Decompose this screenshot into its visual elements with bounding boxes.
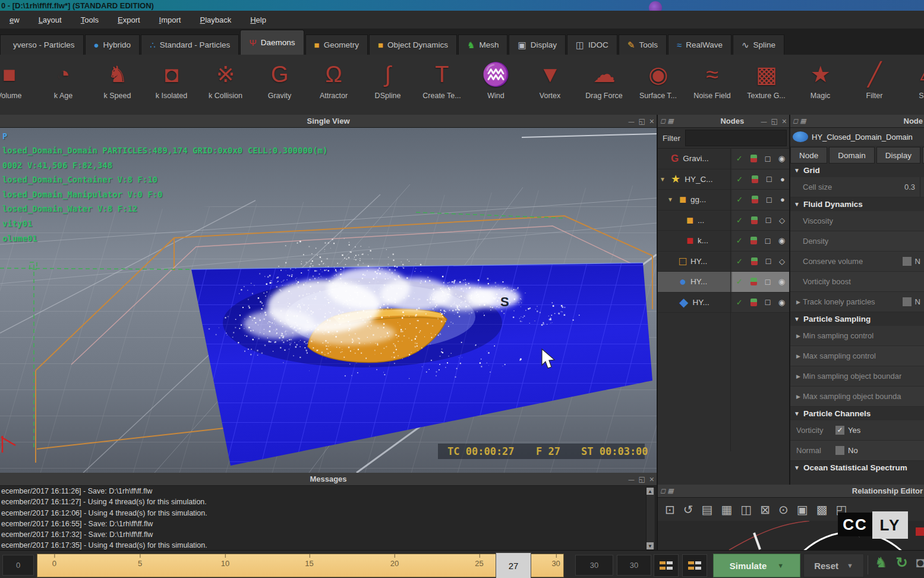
daemon-wind[interactable]: ♒ Wind [469,55,523,115]
export-disk-icon[interactable] [750,155,757,162]
delete-link-icon[interactable]: ⊠ [760,502,770,517]
menu-import[interactable]: Import [150,15,191,24]
node-row-gg[interactable]: ■ gg... ● [658,190,789,211]
tab-object-dynamics[interactable]: ■ Object Dynamics [369,34,457,55]
bounding-box-icon[interactable] [766,215,771,225]
filter-input[interactable] [685,130,787,146]
daemon-filter[interactable]: ╱ Filter [847,55,901,115]
expand-arrow-icon[interactable] [796,373,803,379]
daemon-drag-force[interactable]: ☁ Drag Force [577,55,631,115]
menu-tools[interactable]: Tools [71,15,108,24]
expand-arrow-icon[interactable] [658,176,671,183]
bounding-box-icon[interactable] [765,297,770,307]
daemon-vortex[interactable]: ▼ Vortex [523,55,577,115]
prop-max-sampling-control[interactable]: Max sampling control [790,346,924,366]
daemon-k-collision[interactable]: ※ k Collision [198,55,253,115]
expand-arrow-icon[interactable] [796,353,803,359]
checkbox[interactable] [835,446,844,455]
expand-arrow-icon[interactable] [658,196,679,203]
menu-layout[interactable]: Layout [29,15,71,24]
prop-viscosity[interactable]: Viscosity [790,211,924,231]
shield-icon[interactable]: ◘ [916,554,924,571]
export-disk-icon[interactable] [751,257,758,265]
restore-icon[interactable] [638,117,645,125]
menu-export[interactable]: Export [108,15,150,24]
minimize-icon[interactable] [761,117,767,125]
folder-icon[interactable]: ▤ [702,502,713,517]
daemon-noise-field[interactable]: ≈ Noise Field [685,55,739,115]
menu-view[interactable]: ew [0,15,29,24]
display-mode-icon[interactable]: ◉ [778,154,785,163]
expand-arrow-icon[interactable] [796,394,803,400]
simulate-flag-icon[interactable] [736,236,743,245]
tab-domain[interactable]: Domain [829,147,875,164]
daemon-k-isolated[interactable]: ◘ k Isolated [144,55,198,115]
panel-layout-icon[interactable] [667,487,675,494]
tab-tools[interactable]: ✎ Tools [619,34,667,55]
node-row-hy-container[interactable]: □ HY... ◇ [658,252,789,272]
layout-icon[interactable]: ▦ [721,502,732,517]
messages-header[interactable]: Messages [0,473,657,486]
display-mode-icon[interactable]: ● [780,195,785,204]
tab-hybrido[interactable]: ● Hybrido [85,34,140,55]
simulate-flag-icon[interactable] [736,277,743,286]
tab-daemons[interactable]: Ψ Daemons [240,30,304,55]
section-grid[interactable]: ▼Grid [790,164,924,177]
messages-scrollbar[interactable]: ▲ ▼ [646,487,655,550]
menu-help[interactable]: Help [241,15,276,24]
tab-display[interactable]: ▣ Display [509,34,565,55]
prop-track-lonely-particles[interactable]: Track lonely particles N [790,292,924,312]
mesh-build-icon[interactable]: ♞ [875,554,888,571]
simulate-flag-icon[interactable] [736,195,743,204]
minimize-icon[interactable] [628,475,634,483]
daemon-dspline[interactable]: ∫ DSpline [361,55,415,115]
tab-node[interactable]: Node [790,147,827,164]
current-frame-indicator[interactable]: 27 [496,552,531,578]
timeline-start-field[interactable]: 0 [2,555,34,576]
bounding-box-icon[interactable] [765,277,770,287]
timeline-range-button[interactable] [654,554,679,577]
section-fluid-dynamics[interactable]: ▼Fluid Dynamics [790,197,924,211]
export-disk-icon[interactable] [750,237,757,244]
scroll-up-icon[interactable]: ▲ [647,488,654,495]
prop-vorticity-channel[interactable]: Vorticity Yes [790,420,924,441]
property-value[interactable]: 0.3 [904,183,915,191]
export-disk-icon[interactable] [751,216,758,224]
export-disk-icon[interactable] [752,196,758,203]
display-mode-icon[interactable]: ◉ [778,236,785,245]
daemon-sheeter[interactable]: ▱ She... [901,55,924,115]
snapshot-icon[interactable]: ▣ [797,502,808,517]
dock-icon[interactable] [660,487,667,494]
bounding-box-icon[interactable] [765,236,770,246]
node-row-hy-closed[interactable]: ★ HY_C... ● [658,169,789,190]
node-row-hy-domain[interactable]: ● HY... ◉ [658,272,789,293]
prop-max-sampling-object-boundary[interactable]: Max sampling object bounda [790,387,924,407]
restore-icon[interactable] [771,117,777,125]
simulate-flag-icon[interactable] [736,298,743,307]
export-disk-icon[interactable] [750,299,757,306]
panel-layout-icon[interactable] [667,117,675,124]
image-icon[interactable]: ▩ [816,502,828,517]
node-row-hy-water[interactable]: ◆ HY... ◉ [658,293,789,313]
prop-vorticity-boost[interactable]: Vorticity boost [790,272,924,292]
panel-layout-icon[interactable] [800,117,808,124]
timeline-snap-button[interactable] [682,554,707,577]
tab-spline[interactable]: ∿ Spline [733,34,784,55]
export-disk-icon[interactable] [750,278,757,285]
daemon-create-text[interactable]: T Create Te... [415,55,469,115]
expand-arrow-icon[interactable] [796,299,803,305]
add-node-icon[interactable]: ⊡ [665,502,675,517]
tab-realwave[interactable]: ≈ RealWave [668,34,731,55]
checkbox[interactable] [903,257,912,266]
menu-playback[interactable]: Playback [190,15,241,24]
daemon-k-speed[interactable]: ♞ k Speed [90,55,144,115]
checkbox[interactable] [835,426,844,435]
node-row-k[interactable]: ■ k... ◉ [658,231,789,252]
simulate-flag-icon[interactable] [736,175,743,184]
refresh-icon[interactable]: ↻ [896,554,908,571]
property-value[interactable]: N [915,257,920,266]
bounding-box-icon[interactable] [766,256,771,266]
prop-min-sampling-control[interactable]: Min sampling control [790,326,924,346]
bounding-box-icon[interactable] [767,174,771,184]
chevron-down-icon[interactable]: ▼ [847,562,853,569]
